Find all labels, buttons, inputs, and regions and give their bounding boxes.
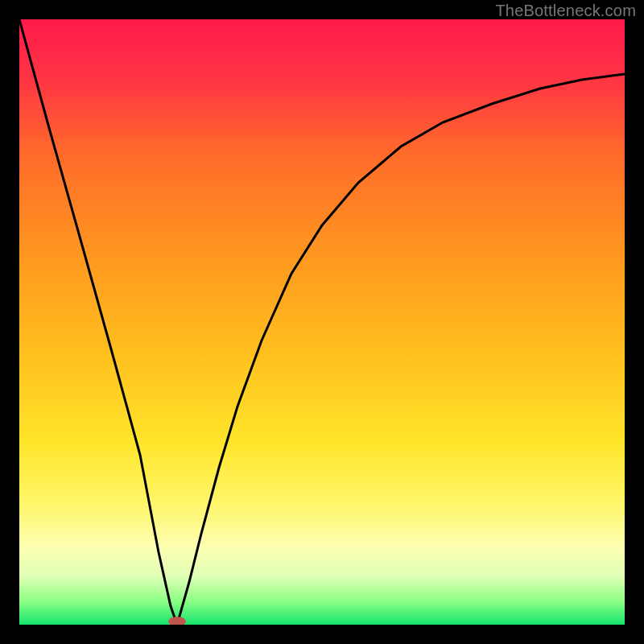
gradient-background <box>19 19 625 625</box>
bottleneck-chart <box>19 19 625 625</box>
watermark-text: TheBottleneck.com <box>495 2 636 20</box>
chart-frame <box>19 19 625 625</box>
